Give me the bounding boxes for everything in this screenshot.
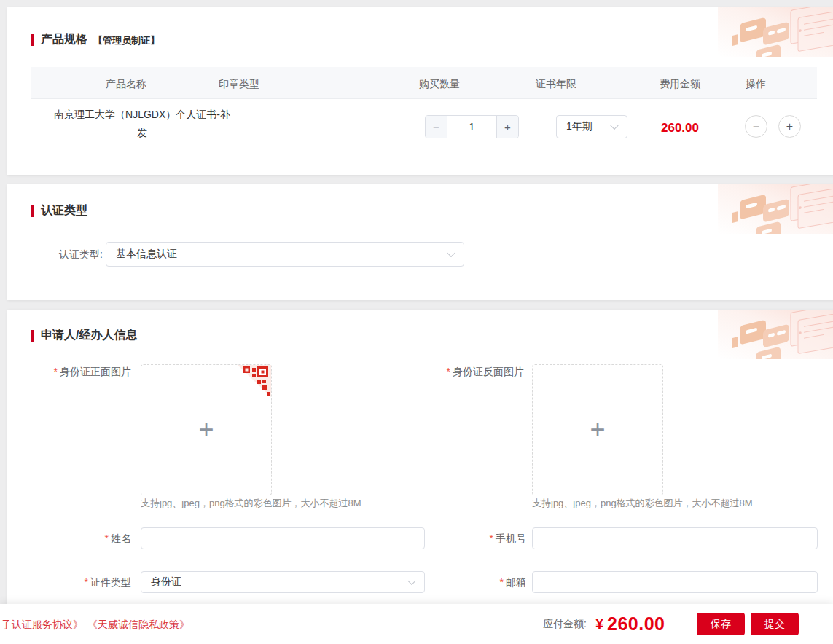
product-name-cell: 南京理工大学（NJLGDX）个人证书-补发 (50, 106, 234, 142)
id-front-label: *身份证正面图片 (7, 366, 131, 379)
chevron-down-icon (610, 122, 618, 130)
name-label: *姓名 (7, 533, 131, 546)
quantity-decrease-button[interactable]: − (426, 116, 447, 138)
card-watermark-decoration (718, 184, 833, 234)
phone-label: *手机号 (401, 533, 526, 546)
col-header-quantity: 购买数量 (419, 78, 460, 91)
email-label-text: 邮箱 (506, 576, 526, 588)
section-title: 申请人/经办人信息 (41, 328, 137, 343)
col-header-seal-type: 印章类型 (219, 78, 259, 91)
id-front-upload-box[interactable]: + (141, 364, 272, 495)
col-header-fee: 费用金额 (660, 78, 700, 91)
plus-icon: + (590, 417, 605, 443)
auth-type-value: 基本信息认证 (106, 248, 177, 261)
id-type-value: 身份证 (141, 576, 181, 589)
section-title: 产品规格 (41, 32, 87, 47)
chevron-down-icon (447, 249, 455, 257)
required-mark: * (490, 533, 493, 544)
product-spec-card: 产品规格 【管理员制证】 产品名称 印章类型 购买数量 证书年限 费用金额 操作… (7, 7, 833, 175)
name-label-text: 姓名 (111, 533, 131, 544)
id-front-label-text: 身份证正面图片 (60, 366, 131, 377)
col-header-operation: 操作 (746, 78, 766, 91)
applicant-info-header: 申请人/经办人信息 (31, 328, 137, 343)
card-watermark-decoration (718, 7, 833, 57)
payable-label: 应付金额: (543, 618, 587, 631)
auth-type-field-label: 认证类型: (7, 248, 103, 262)
applicant-info-card: 申请人/经办人信息 *身份证正面图片 + (7, 310, 833, 606)
quantity-input[interactable] (447, 116, 496, 138)
section-subtitle: 【管理员制证】 (93, 33, 160, 47)
service-agreement-link[interactable]: 子认证服务协议》 (1, 619, 83, 630)
col-header-product-name: 产品名称 (106, 78, 146, 91)
qr-scan-corner-badge[interactable] (238, 365, 271, 397)
phone-input[interactable] (532, 527, 818, 549)
agreement-links: 子认证服务协议》《天威诚信隐私政策》 (1, 619, 189, 632)
remove-product-button[interactable]: − (745, 115, 767, 138)
section-bar (31, 330, 34, 342)
id-front-upload-hint: 支持jpg、jpeg，png格式的彩色图片，大小不超过8M (141, 497, 361, 510)
col-header-cert-years: 证书年限 (536, 78, 576, 91)
product-spec-header: 产品规格 【管理员制证】 (31, 32, 160, 47)
cert-years-value: 1年期 (557, 120, 593, 133)
section-title: 认证类型 (41, 203, 87, 219)
id-type-select[interactable]: 身份证 (141, 571, 425, 593)
email-label: *邮箱 (401, 576, 526, 589)
add-product-button[interactable]: + (778, 115, 801, 138)
plus-icon: + (198, 417, 214, 443)
name-input[interactable] (141, 527, 425, 549)
fee-amount: 260.00 (661, 121, 699, 136)
id-back-upload-box[interactable]: + (532, 364, 663, 495)
phone-label-text: 手机号 (496, 533, 526, 544)
required-mark: * (54, 366, 58, 377)
required-mark: * (447, 366, 450, 377)
required-mark: * (500, 576, 504, 588)
action-footer-bar: 子认证服务协议》《天威诚信隐私政策》 应付金额: ¥ 260.00 保存 提交 (0, 604, 833, 644)
table-row-divider (31, 154, 817, 154)
currency-symbol: ¥ (595, 616, 603, 632)
card-watermark-decoration (718, 310, 833, 359)
section-bar (31, 34, 34, 46)
quantity-stepper: − + (425, 115, 519, 138)
email-input[interactable] (532, 571, 818, 593)
auth-type-card: 认证类型 认证类型: 基本信息认证 (7, 184, 833, 300)
payable-amount: 260.00 (607, 613, 665, 635)
submit-button[interactable]: 提交 (751, 613, 799, 635)
id-back-label: *身份证反面图片 (401, 366, 524, 379)
quantity-increase-button[interactable]: + (496, 116, 518, 138)
auth-type-header: 认证类型 (31, 203, 87, 219)
auth-type-select[interactable]: 基本信息认证 (106, 242, 464, 267)
id-type-label-text: 证件类型 (90, 576, 131, 588)
id-back-label-text: 身份证反面图片 (453, 366, 524, 377)
certificate-order-page: 产品规格 【管理员制证】 产品名称 印章类型 购买数量 证书年限 费用金额 操作… (0, 0, 833, 644)
payable-amount-group: 应付金额: ¥ 260.00 (543, 604, 665, 644)
id-type-label: *证件类型 (7, 576, 131, 589)
required-mark: * (85, 576, 88, 588)
privacy-policy-link[interactable]: 《天威诚信隐私政策》 (87, 619, 189, 630)
section-bar (31, 205, 34, 217)
required-mark: * (105, 533, 109, 544)
cert-years-select[interactable]: 1年期 (556, 115, 627, 138)
save-button[interactable]: 保存 (697, 613, 745, 635)
id-back-upload-hint: 支持jpg、jpeg，png格式的彩色图片，大小不超过8M (532, 497, 753, 510)
